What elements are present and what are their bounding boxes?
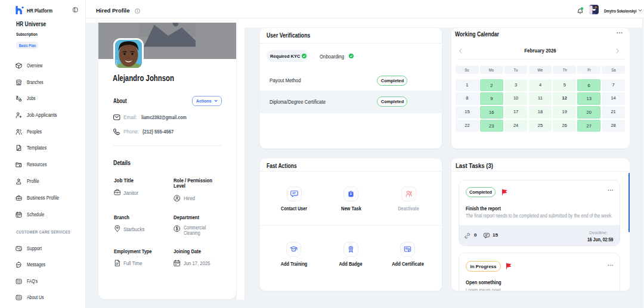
svg-text:APLE: APLE [115, 60, 118, 66]
